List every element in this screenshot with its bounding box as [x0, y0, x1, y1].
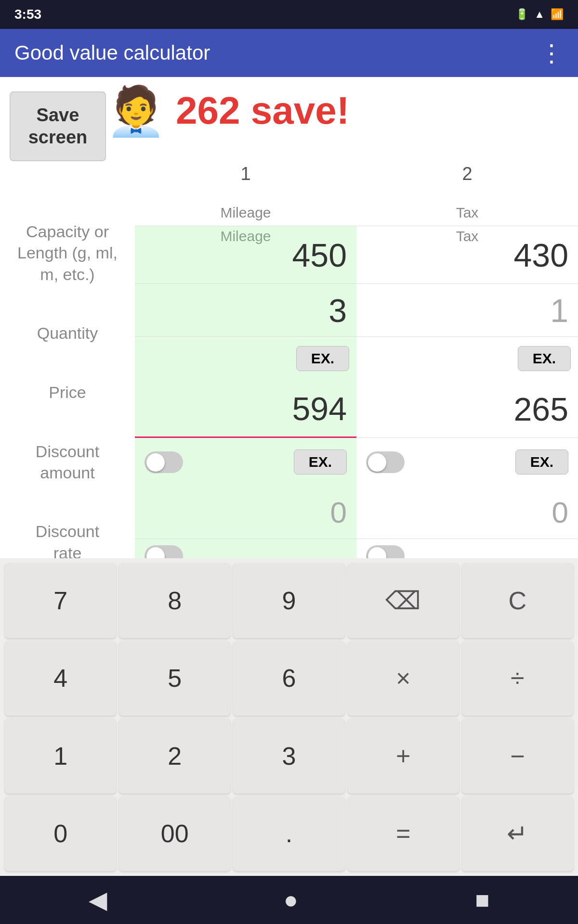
quantity-label: Quantity — [0, 322, 135, 344]
column-headers: 1 2 — [135, 159, 578, 197]
wifi-icon: 📶 — [551, 8, 564, 21]
col1-discount-toggle[interactable] — [144, 451, 183, 473]
col1-discount-amount-cell[interactable]: 0 — [135, 486, 356, 539]
key-equals[interactable]: = — [348, 796, 459, 872]
col2-price-value: 265 — [514, 390, 568, 428]
col2-price-cell[interactable]: 265 — [356, 380, 578, 438]
keyboard-row-4: 0 00 . = ↵ — [5, 796, 573, 872]
sub-headers: Mileage Tax Mileage Tax — [135, 197, 578, 226]
capacity-label: Capacity orLength (g, ml,m, etc.) — [0, 221, 135, 285]
status-bar: 3:53 🔋 ▲ 📶 — [0, 0, 578, 29]
keyboard-row-3: 1 2 3 + − — [5, 719, 573, 794]
col1-number: 1 — [135, 159, 356, 197]
col1-quantity-cell[interactable]: 3 — [135, 284, 356, 337]
key-6[interactable]: 6 — [233, 641, 344, 716]
col2-capacity-value: 430 — [514, 236, 568, 274]
col2-discount-amount-cell[interactable]: 0 — [356, 486, 578, 539]
price-label: Price — [0, 382, 135, 403]
key-1[interactable]: 1 — [5, 719, 116, 794]
discount-rate-label: Discountrate — [0, 521, 135, 563]
col1-quantity-value: 3 — [328, 292, 347, 329]
status-time: 3:53 — [14, 7, 41, 22]
discount-amount-label: Discountamount — [0, 441, 135, 483]
col1-mileage-header: Mileage — [135, 197, 356, 221]
key-00[interactable]: 00 — [119, 796, 230, 872]
col2-ex1-button[interactable]: EX. — [518, 346, 571, 371]
save-screen-button[interactable]: Savescreen — [10, 91, 106, 161]
col2-quantity-value: 1 — [550, 292, 568, 329]
key-divide[interactable]: ÷ — [462, 641, 573, 716]
key-9[interactable]: 9 — [233, 563, 344, 638]
col1-capacity-cell[interactable]: 450 — [135, 226, 356, 284]
save-screen-label: Savescreen — [28, 104, 88, 148]
key-5[interactable]: 5 — [119, 641, 230, 716]
key-backspace[interactable]: ⌫ — [348, 563, 459, 638]
key-multiply[interactable]: × — [348, 641, 459, 716]
left-labels: Capacity orLength (g, ml,m, etc.) Quanti… — [0, 197, 135, 587]
main-content: Savescreen 🧑‍💼 262 save! 1 2 Capacity or… — [0, 77, 578, 587]
key-0[interactable]: 0 — [5, 796, 116, 872]
col2-quantity-cell[interactable]: 1 — [356, 284, 578, 337]
navigation-bar: ◀ ● ■ — [0, 876, 578, 924]
col1-ex1-button[interactable]: EX. — [296, 346, 349, 371]
col1-price-value: 594 — [292, 390, 347, 427]
col1-capacity-value: 450 — [292, 236, 347, 274]
battery-icon: 🔋 — [515, 8, 528, 21]
keyboard-row-1: 7 8 9 ⌫ C — [5, 563, 573, 638]
col1-ex1-row: EX. — [135, 337, 356, 380]
data-area: Mileage Tax Mileage Tax 450 430 3 1 — [135, 197, 578, 587]
col2-discount-toggle-row: EX. — [356, 438, 578, 486]
col1-discount-amount-value: 0 — [330, 495, 347, 529]
key-8[interactable]: 8 — [119, 563, 230, 638]
numeric-keyboard: 7 8 9 ⌫ C 4 5 6 × ÷ 1 2 3 + − 0 00 . = ↵ — [0, 558, 578, 876]
col1-tax-header: Tax — [356, 197, 578, 221]
key-7[interactable]: 7 — [5, 563, 116, 638]
nav-home-button[interactable]: ● — [284, 886, 298, 914]
col2-ex2-button[interactable]: EX. — [515, 449, 568, 475]
col1-ex2-button[interactable]: EX. — [294, 449, 347, 475]
app-title: Good value calculator — [14, 41, 210, 64]
nav-recents-button[interactable]: ■ — [475, 886, 489, 914]
col1-price-cell[interactable]: 594 — [135, 380, 356, 438]
nav-back-button[interactable]: ◀ — [89, 886, 107, 914]
key-dot[interactable]: . — [233, 796, 344, 872]
col2-ex1-row: EX. — [356, 337, 578, 380]
col2-discount-amount-value: 0 — [552, 495, 568, 529]
mascot-icon: 🧑‍💼 — [106, 87, 166, 135]
save-message: 262 save! — [176, 89, 349, 133]
col2-discount-toggle[interactable] — [366, 451, 405, 473]
col1-discount-toggle-row: EX. — [135, 438, 356, 486]
key-2[interactable]: 2 — [119, 719, 230, 794]
signal-icon: ▲ — [534, 8, 545, 21]
key-clear[interactable]: C — [462, 563, 573, 638]
save-message-area: 🧑‍💼 262 save! — [106, 87, 578, 135]
data-grid: 450 430 3 1 EX. EX. — [135, 226, 578, 573]
key-4[interactable]: 4 — [5, 641, 116, 716]
status-icons: 🔋 ▲ 📶 — [515, 8, 564, 21]
key-3[interactable]: 3 — [233, 719, 344, 794]
key-enter[interactable]: ↵ — [462, 796, 573, 872]
key-minus[interactable]: − — [462, 719, 573, 794]
col2-number: 2 — [356, 159, 578, 197]
menu-button[interactable]: ⋮ — [539, 39, 564, 67]
key-plus[interactable]: + — [348, 719, 459, 794]
app-bar: Good value calculator ⋮ — [0, 29, 578, 77]
col2-capacity-cell[interactable]: 430 — [356, 226, 578, 284]
keyboard-row-2: 4 5 6 × ÷ — [5, 641, 573, 716]
